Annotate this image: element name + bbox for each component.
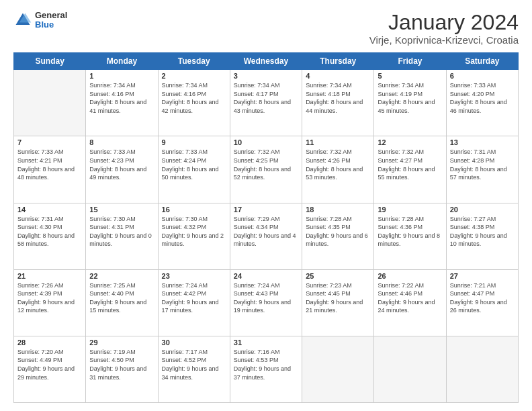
logo-text: General Blue bbox=[35, 11, 67, 30]
calendar-cell: 25Sunrise: 7:23 AM Sunset: 4:45 PM Dayli… bbox=[302, 269, 374, 336]
cell-info: Sunrise: 7:34 AM Sunset: 4:18 PM Dayligh… bbox=[306, 81, 370, 115]
calendar-table: SundayMondayTuesdayWednesdayThursdayFrid… bbox=[13, 52, 519, 403]
calendar-cell: 5Sunrise: 7:34 AM Sunset: 4:19 PM Daylig… bbox=[374, 70, 446, 136]
day-number: 27 bbox=[450, 272, 515, 280]
calendar-cell: 15Sunrise: 7:30 AM Sunset: 4:31 PM Dayli… bbox=[86, 203, 158, 269]
cell-info: Sunrise: 7:33 AM Sunset: 4:23 PM Dayligh… bbox=[89, 148, 154, 181]
cell-info: Sunrise: 7:30 AM Sunset: 4:31 PM Dayligh… bbox=[89, 215, 154, 248]
cell-info: Sunrise: 7:28 AM Sunset: 4:36 PM Dayligh… bbox=[378, 215, 442, 248]
cell-info: Sunrise: 7:34 AM Sunset: 4:16 PM Dayligh… bbox=[89, 81, 154, 115]
title-block: January 2024 Virje, Koprivnica-Krizevci,… bbox=[369, 11, 519, 46]
cell-info: Sunrise: 7:31 AM Sunset: 4:28 PM Dayligh… bbox=[450, 148, 515, 181]
calendar-cell: 18Sunrise: 7:28 AM Sunset: 4:35 PM Dayli… bbox=[302, 203, 374, 269]
calendar-cell bbox=[302, 336, 374, 402]
day-number: 5 bbox=[378, 72, 442, 80]
day-number: 7 bbox=[17, 138, 82, 146]
day-number: 9 bbox=[162, 138, 226, 146]
calendar-day-header: Sunday bbox=[14, 53, 86, 70]
calendar-cell: 22Sunrise: 7:25 AM Sunset: 4:40 PM Dayli… bbox=[86, 269, 158, 336]
calendar-cell: 8Sunrise: 7:33 AM Sunset: 4:23 PM Daylig… bbox=[86, 136, 158, 203]
calendar-week-row: 1Sunrise: 7:34 AM Sunset: 4:16 PM Daylig… bbox=[14, 70, 519, 136]
day-number: 20 bbox=[450, 205, 515, 214]
cell-info: Sunrise: 7:28 AM Sunset: 4:35 PM Dayligh… bbox=[306, 215, 370, 248]
day-number: 11 bbox=[306, 138, 370, 146]
logo-general: General bbox=[35, 11, 67, 20]
calendar-cell: 6Sunrise: 7:33 AM Sunset: 4:20 PM Daylig… bbox=[446, 70, 518, 136]
day-number: 3 bbox=[234, 72, 298, 80]
day-number: 28 bbox=[17, 338, 82, 347]
calendar-cell: 21Sunrise: 7:26 AM Sunset: 4:39 PM Dayli… bbox=[14, 269, 86, 336]
cell-info: Sunrise: 7:21 AM Sunset: 4:47 PM Dayligh… bbox=[450, 281, 515, 315]
calendar-cell: 10Sunrise: 7:32 AM Sunset: 4:25 PM Dayli… bbox=[230, 136, 302, 203]
cell-info: Sunrise: 7:32 AM Sunset: 4:25 PM Dayligh… bbox=[234, 148, 298, 181]
cell-info: Sunrise: 7:29 AM Sunset: 4:34 PM Dayligh… bbox=[234, 215, 298, 248]
cell-info: Sunrise: 7:19 AM Sunset: 4:50 PM Dayligh… bbox=[89, 348, 154, 381]
cell-info: Sunrise: 7:24 AM Sunset: 4:42 PM Dayligh… bbox=[162, 281, 226, 315]
calendar-cell: 23Sunrise: 7:24 AM Sunset: 4:42 PM Dayli… bbox=[158, 269, 230, 336]
calendar-cell bbox=[14, 70, 86, 136]
calendar-cell: 17Sunrise: 7:29 AM Sunset: 4:34 PM Dayli… bbox=[230, 203, 302, 269]
calendar-week-row: 28Sunrise: 7:20 AM Sunset: 4:49 PM Dayli… bbox=[14, 336, 519, 402]
calendar-cell: 4Sunrise: 7:34 AM Sunset: 4:18 PM Daylig… bbox=[302, 70, 374, 136]
calendar-cell: 24Sunrise: 7:24 AM Sunset: 4:43 PM Dayli… bbox=[230, 269, 302, 336]
calendar-week-row: 7Sunrise: 7:33 AM Sunset: 4:21 PM Daylig… bbox=[14, 136, 519, 203]
calendar-cell: 14Sunrise: 7:31 AM Sunset: 4:30 PM Dayli… bbox=[14, 203, 86, 269]
calendar-cell bbox=[446, 336, 518, 402]
calendar-cell: 9Sunrise: 7:33 AM Sunset: 4:24 PM Daylig… bbox=[158, 136, 230, 203]
calendar-day-header: Monday bbox=[86, 53, 158, 70]
calendar-cell: 12Sunrise: 7:32 AM Sunset: 4:27 PM Dayli… bbox=[374, 136, 446, 203]
day-number: 6 bbox=[450, 72, 515, 80]
day-number: 10 bbox=[234, 138, 298, 146]
calendar-cell: 16Sunrise: 7:30 AM Sunset: 4:32 PM Dayli… bbox=[158, 203, 230, 269]
cell-info: Sunrise: 7:32 AM Sunset: 4:27 PM Dayligh… bbox=[378, 148, 442, 181]
calendar-cell: 3Sunrise: 7:34 AM Sunset: 4:17 PM Daylig… bbox=[230, 70, 302, 136]
calendar-cell: 30Sunrise: 7:17 AM Sunset: 4:52 PM Dayli… bbox=[158, 336, 230, 402]
logo: General Blue bbox=[13, 11, 67, 30]
cell-info: Sunrise: 7:24 AM Sunset: 4:43 PM Dayligh… bbox=[234, 281, 298, 315]
day-number: 13 bbox=[450, 138, 515, 146]
calendar-cell: 7Sunrise: 7:33 AM Sunset: 4:21 PM Daylig… bbox=[14, 136, 86, 203]
day-number: 1 bbox=[89, 72, 154, 80]
day-number: 25 bbox=[306, 272, 370, 280]
calendar-day-header: Friday bbox=[374, 53, 446, 70]
calendar-cell: 13Sunrise: 7:31 AM Sunset: 4:28 PM Dayli… bbox=[446, 136, 518, 203]
day-number: 30 bbox=[162, 338, 226, 347]
cell-info: Sunrise: 7:33 AM Sunset: 4:21 PM Dayligh… bbox=[17, 148, 82, 181]
calendar-day-header: Tuesday bbox=[158, 53, 230, 70]
day-number: 19 bbox=[378, 205, 442, 214]
calendar-week-row: 14Sunrise: 7:31 AM Sunset: 4:30 PM Dayli… bbox=[14, 203, 519, 269]
day-number: 18 bbox=[306, 205, 370, 214]
logo-blue: Blue bbox=[35, 20, 67, 30]
cell-info: Sunrise: 7:33 AM Sunset: 4:24 PM Dayligh… bbox=[162, 148, 226, 181]
day-number: 31 bbox=[234, 338, 298, 347]
day-number: 4 bbox=[306, 72, 370, 80]
calendar-cell: 28Sunrise: 7:20 AM Sunset: 4:49 PM Dayli… bbox=[14, 336, 86, 402]
day-number: 16 bbox=[162, 205, 226, 214]
header: General Blue January 2024 Virje, Koprivn… bbox=[13, 11, 519, 46]
day-number: 29 bbox=[89, 338, 154, 347]
cell-info: Sunrise: 7:17 AM Sunset: 4:52 PM Dayligh… bbox=[162, 348, 226, 381]
cell-info: Sunrise: 7:34 AM Sunset: 4:17 PM Dayligh… bbox=[234, 81, 298, 115]
calendar-day-header: Thursday bbox=[302, 53, 374, 70]
cell-info: Sunrise: 7:34 AM Sunset: 4:19 PM Dayligh… bbox=[378, 81, 442, 115]
day-number: 8 bbox=[89, 138, 154, 146]
cell-info: Sunrise: 7:26 AM Sunset: 4:39 PM Dayligh… bbox=[17, 281, 82, 315]
calendar-week-row: 21Sunrise: 7:26 AM Sunset: 4:39 PM Dayli… bbox=[14, 269, 519, 336]
calendar-cell: 27Sunrise: 7:21 AM Sunset: 4:47 PM Dayli… bbox=[446, 269, 518, 336]
page: General Blue January 2024 Virje, Koprivn… bbox=[0, 0, 532, 411]
day-number: 17 bbox=[234, 205, 298, 214]
day-number: 22 bbox=[89, 272, 154, 280]
calendar-header-row: SundayMondayTuesdayWednesdayThursdayFrid… bbox=[14, 53, 519, 70]
logo-icon bbox=[13, 11, 32, 30]
cell-info: Sunrise: 7:31 AM Sunset: 4:30 PM Dayligh… bbox=[17, 215, 82, 248]
cell-info: Sunrise: 7:16 AM Sunset: 4:53 PM Dayligh… bbox=[234, 348, 298, 381]
cell-info: Sunrise: 7:33 AM Sunset: 4:20 PM Dayligh… bbox=[450, 81, 515, 115]
cell-info: Sunrise: 7:27 AM Sunset: 4:38 PM Dayligh… bbox=[450, 215, 515, 248]
page-title: January 2024 bbox=[369, 11, 519, 34]
cell-info: Sunrise: 7:20 AM Sunset: 4:49 PM Dayligh… bbox=[17, 348, 82, 381]
cell-info: Sunrise: 7:25 AM Sunset: 4:40 PM Dayligh… bbox=[89, 281, 154, 315]
calendar-cell: 26Sunrise: 7:22 AM Sunset: 4:46 PM Dayli… bbox=[374, 269, 446, 336]
cell-info: Sunrise: 7:23 AM Sunset: 4:45 PM Dayligh… bbox=[306, 281, 370, 315]
cell-info: Sunrise: 7:32 AM Sunset: 4:26 PM Dayligh… bbox=[306, 148, 370, 181]
cell-info: Sunrise: 7:22 AM Sunset: 4:46 PM Dayligh… bbox=[378, 281, 442, 315]
